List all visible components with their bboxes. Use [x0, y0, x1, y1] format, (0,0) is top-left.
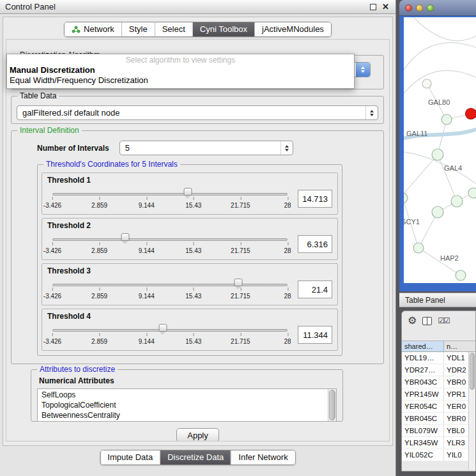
columns-icon[interactable] — [422, 317, 432, 325]
tab-infer-network[interactable]: Infer Network — [231, 450, 295, 464]
select-columns-icon[interactable]: ☑☑ — [438, 316, 449, 325]
gear-icon[interactable]: ⚙ — [408, 316, 417, 326]
network-node[interactable] — [432, 206, 443, 218]
node-label-gcy1: GCY1 — [404, 218, 420, 226]
scrollbar-thumb[interactable] — [470, 353, 475, 390]
threshold-2-value-input[interactable] — [298, 235, 332, 253]
threshold-1-row: -3.426 2.859 9.144 15.43 21.715 28 — [47, 185, 332, 213]
cell-shared-name[interactable]: YBL079W — [402, 425, 444, 436]
cell-shared-name[interactable]: YBR045C — [402, 413, 444, 424]
network-node[interactable] — [451, 196, 463, 207]
minimize-traffic-light-icon[interactable] — [416, 4, 423, 12]
table-data-combo[interactable]: galFiltered.sif default node — [17, 105, 378, 120]
network-window: GAL80 GAL11 GAL4 GCY1 HAP2 — [399, 0, 476, 291]
table-row[interactable]: YDR27… YDR2 — [402, 364, 475, 376]
attributes-group-title: Attributes to discretize — [37, 365, 118, 374]
threshold-2-slider[interactable]: -3.426 2.859 9.144 15.43 21.715 28 — [52, 231, 288, 257]
network-canvas[interactable]: GAL80 GAL11 GAL4 GCY1 HAP2 — [404, 17, 476, 283]
table-row[interactable]: YER054C YER0 — [402, 401, 475, 413]
threshold-3-slider[interactable]: -3.426 2.859 9.144 15.43 21.715 28 — [52, 277, 288, 302]
tab-jactivemodules[interactable]: jActiveMNodules — [254, 22, 331, 36]
table-row[interactable]: YLR345W YLR3 — [402, 437, 475, 449]
network-node[interactable] — [422, 79, 431, 88]
cell-shared-name[interactable]: YDL19… — [402, 352, 444, 364]
network-node[interactable] — [432, 149, 443, 160]
table-data-group-title: Table Data — [17, 91, 59, 101]
highlighted-node[interactable] — [466, 109, 476, 119]
table-panel-bar[interactable]: Table Panel — [399, 293, 476, 307]
network-node[interactable] — [413, 243, 424, 253]
dropdown-option-equal-width[interactable]: Equal Width/Frequency Discretization — [7, 75, 354, 86]
close-window-icon[interactable]: ✕ — [382, 3, 389, 11]
scale-label: 21.715 — [231, 247, 250, 254]
column-header-name[interactable]: n… — [444, 341, 475, 351]
slider-track[interactable] — [52, 238, 288, 241]
threshold-group-title: Threshold's Coordinates for 5 Intervals — [43, 160, 180, 169]
tab-cyni-label: Cyni Toolbox — [200, 24, 247, 34]
number-of-intervals-combo[interactable]: 5 — [119, 141, 293, 155]
threshold-2-panel: Threshold 2 -3.426 2.859 9.144 15.43 — [42, 218, 338, 260]
dropdown-option-manual[interactable]: Manual Discretization — [7, 65, 354, 75]
control-panel-titlebar[interactable]: Control Panel ✕ — [0, 0, 395, 14]
threshold-4-value-input[interactable] — [298, 326, 332, 344]
threshold-3-value-input[interactable] — [298, 280, 332, 298]
table-window: ⚙ ☑☑ shared… n… YDL19… YDL1 YDR27… YDR2 … — [401, 311, 476, 472]
float-window-icon[interactable] — [370, 4, 376, 10]
network-icon — [72, 26, 81, 33]
slider-scale: -3.426 2.859 9.144 15.43 21.715 28 — [52, 293, 288, 302]
table-row[interactable]: YBL079W YBL0 — [402, 425, 475, 437]
zoom-traffic-light-icon[interactable] — [427, 4, 434, 12]
scale-label: 21.715 — [231, 202, 250, 209]
cell-shared-name[interactable]: YPR145W — [402, 388, 444, 400]
slider-thumb[interactable] — [234, 279, 242, 286]
threshold-4-title: Threshold 4 — [47, 312, 332, 321]
tab-cyni-toolbox[interactable]: Cyni Toolbox — [192, 22, 254, 36]
tab-network[interactable]: Network — [65, 22, 121, 36]
threshold-1-value-input[interactable] — [298, 190, 332, 208]
attributes-list-scrollbar[interactable] — [328, 389, 336, 421]
cell-shared-name[interactable]: YDR27… — [402, 364, 444, 376]
apply-button[interactable]: Apply — [176, 428, 219, 441]
threshold-4-slider[interactable]: -3.426 2.859 9.144 15.43 21.715 28 — [52, 322, 288, 348]
scale-label: 15.43 — [185, 247, 201, 254]
slider-track[interactable] — [52, 193, 288, 196]
close-traffic-light-icon[interactable] — [405, 4, 412, 12]
tab-style[interactable]: Style — [121, 22, 155, 36]
network-node[interactable] — [456, 270, 466, 280]
network-graph[interactable]: GAL80 GAL11 GAL4 GCY1 HAP2 — [404, 17, 476, 283]
column-header-shared-name[interactable]: shared… — [402, 341, 444, 351]
tab-discretize-data[interactable]: Discretize Data — [160, 450, 231, 464]
cell-shared-name[interactable]: YIL052C — [402, 449, 444, 461]
slider-thumb[interactable] — [121, 233, 130, 241]
interval-group-title: Interval Definition — [17, 126, 82, 135]
scale-label: 2.859 — [91, 338, 107, 345]
combo-stepper-icon — [365, 106, 378, 119]
table-row[interactable]: YDL19… YDL1 — [402, 352, 475, 364]
cell-shared-name[interactable]: YLR345W — [402, 437, 444, 449]
cell-shared-name[interactable]: YER054C — [402, 401, 444, 412]
tab-impute-data[interactable]: Impute Data — [100, 450, 160, 464]
table-row[interactable]: YBR045C YBR0 — [402, 413, 475, 425]
scrollbar-thumb[interactable] — [329, 390, 335, 420]
tab-select[interactable]: Select — [155, 22, 192, 36]
table-scrollbar[interactable] — [468, 352, 475, 470]
network-node[interactable] — [441, 114, 452, 125]
table-row[interactable]: YPR145W YPR1 — [402, 388, 475, 401]
network-node[interactable] — [404, 193, 408, 203]
network-node[interactable] — [468, 188, 476, 198]
slider-track[interactable] — [52, 284, 288, 286]
threshold-1-slider[interactable]: -3.426 2.859 9.144 15.43 21.715 28 — [52, 186, 288, 211]
list-item[interactable]: BetweennessCentrality — [38, 410, 336, 420]
table-row[interactable]: YBR043C YBR0 — [402, 376, 475, 388]
list-item[interactable]: SelfLoops — [38, 389, 336, 399]
slider-track[interactable] — [52, 329, 288, 332]
network-window-titlebar[interactable] — [399, 0, 476, 16]
scale-label: 2.859 — [91, 247, 107, 254]
table-row[interactable]: YIL052C YIL0 — [402, 449, 475, 461]
scale-label: 2.859 — [91, 293, 107, 300]
slider-thumb[interactable] — [158, 324, 167, 332]
cell-shared-name[interactable]: YBR043C — [402, 376, 444, 388]
bottom-tab-bar: Impute Data Discretize Data Infer Networ… — [100, 450, 295, 465]
slider-thumb[interactable] — [184, 188, 192, 196]
list-item[interactable]: TopologicalCoefficient — [38, 399, 336, 410]
